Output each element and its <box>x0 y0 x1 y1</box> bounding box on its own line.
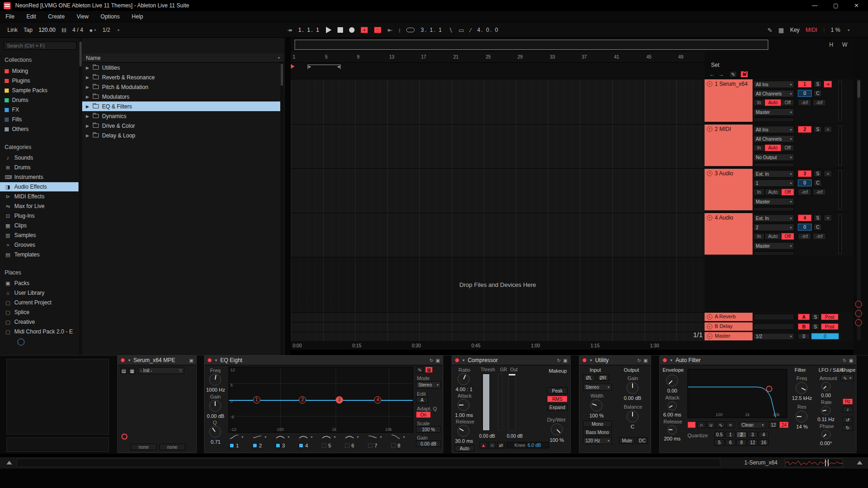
lfo-phase-knob[interactable] <box>821 430 831 439</box>
clip-view-empty[interactable] <box>6 359 109 434</box>
res-knob[interactable] <box>796 411 808 423</box>
hot-swap-icon[interactable]: ↻ <box>557 358 561 363</box>
collapsed-view-icon[interactable]: ▲ <box>480 442 487 448</box>
expand-triangle-icon[interactable]: ▶ <box>86 114 90 119</box>
maximize-button[interactable]: ▢ <box>833 2 838 9</box>
lowpass-type-button[interactable] <box>687 422 696 428</box>
key-map-button[interactable]: Key <box>790 27 800 33</box>
mono-toggle[interactable]: Mono <box>583 421 612 427</box>
track-delay-slot[interactable] <box>753 163 794 167</box>
return-lane-a[interactable] <box>291 313 705 322</box>
mixer-section-toggle[interactable] <box>855 319 862 326</box>
makeup-toggle[interactable]: Makeup <box>546 368 569 374</box>
menu-edit[interactable]: Edit <box>26 13 36 20</box>
band-1-filter-type[interactable]: ▾ <box>229 434 243 439</box>
lfo-rate-knob[interactable] <box>821 406 831 415</box>
channel-mode-chooser[interactable]: Stereo▾ <box>583 384 612 391</box>
rate-hz-button[interactable]: Hz <box>843 399 853 405</box>
spin-left-button[interactable]: ↺ <box>843 417 853 423</box>
spin-right-button[interactable]: ↻ <box>843 425 853 431</box>
monitor-switch[interactable]: In Auto Off <box>753 144 794 151</box>
lfo-amount-value[interactable]: 0.00 <box>815 393 837 398</box>
track-header-2[interactable]: ▾2 MIDI All Ins▾ All Channels▾ In Auto O… <box>705 125 853 167</box>
arm-button[interactable]: ○ <box>824 214 832 221</box>
device-title-bar[interactable]: ▼ Auto Filter ↻ ▣ <box>660 356 856 365</box>
band-8-toggle[interactable]: 8 <box>391 443 400 448</box>
return-header-b[interactable]: ▸B Delay B S Post <box>705 322 853 332</box>
menu-options[interactable]: Options <box>101 13 120 20</box>
monitor-off[interactable]: Off <box>781 99 794 106</box>
monitor-in[interactable]: In <box>753 144 765 151</box>
beat-time-ruler[interactable]: 1 5 9 13 17 21 25 29 33 37 41 45 49 <box>291 52 705 63</box>
sidebar-item-fills[interactable]: Fills <box>0 115 78 124</box>
preset-chooser[interactable]: - Init -▽ <box>138 367 184 374</box>
balance-value[interactable]: C <box>621 424 644 429</box>
output-chooser[interactable]: Master▾ <box>753 242 794 250</box>
output-chooser[interactable]: Master▾ <box>753 108 794 116</box>
transfer-curve-icon[interactable]: ∩ <box>488 442 496 448</box>
output-chooser[interactable]: Master▾ <box>753 198 794 205</box>
phase-left-toggle[interactable]: ØL <box>583 375 595 381</box>
device-title-bar[interactable]: ▼ Utility ↻ ▣ <box>579 356 651 365</box>
plugin-window-icon[interactable]: ▣ <box>189 358 193 363</box>
track-title-3[interactable]: ▾3 Audio <box>705 169 753 210</box>
computer-midi-keyboard-icon[interactable]: ▦ <box>778 27 784 34</box>
return-title-a[interactable]: ▸A Reverb <box>705 313 753 321</box>
band-6-filter-type[interactable]: ▾ <box>345 434 359 439</box>
sidebar-item-grooves[interactable]: ≈Grooves <box>0 240 78 250</box>
return-activator[interactable]: A <box>798 314 810 320</box>
monitor-off[interactable]: Off <box>781 233 794 240</box>
lfo-shape-chooser[interactable]: ∿▾ <box>841 375 854 381</box>
expand-triangle-icon[interactable]: ▶ <box>86 65 90 70</box>
overdub-button[interactable]: + <box>361 27 368 33</box>
folder-row-reverb-resonance[interactable]: ▶Reverb & Resonance <box>82 72 283 82</box>
re-enable-automation-icon[interactable]: ⇤ <box>387 27 392 34</box>
menu-file[interactable]: File <box>6 13 14 20</box>
save-preset-icon[interactable]: ▣ <box>849 358 853 363</box>
track-lane-1[interactable] <box>291 79 705 125</box>
adapt-q-toggle[interactable]: On <box>416 411 431 418</box>
lfo-phase-value[interactable]: 0.00° <box>815 440 837 446</box>
monitor-in[interactable]: In <box>753 99 765 106</box>
sidebar-item-drums[interactable]: ⊞Drums <box>0 163 78 172</box>
drywet-knob[interactable] <box>551 423 563 435</box>
nudge-icon[interactable]: ‖‖ <box>61 27 66 34</box>
send-a-field[interactable]: -inf <box>798 189 811 196</box>
return-activator[interactable]: B <box>798 323 810 330</box>
pan-field[interactable]: C <box>814 179 822 186</box>
gain-value[interactable]: 0.00 dB <box>205 413 226 419</box>
track-title-4[interactable]: ▾4 Audio <box>705 213 753 255</box>
set-marker-pencil-icon[interactable]: ✎ <box>729 71 737 77</box>
band-3-filter-type[interactable]: ▾ <box>276 434 289 439</box>
device-title-bar[interactable]: ▼ Serum_x64 MPE ▣ <box>118 356 196 365</box>
track-header-3[interactable]: ▾3 Audio Ext. In▾ 1▾ In Auto Off Master▾… <box>705 169 853 212</box>
record-button[interactable] <box>349 27 355 33</box>
monitor-auto[interactable]: Auto <box>765 189 781 196</box>
play-button[interactable] <box>326 27 332 33</box>
track-title-2[interactable]: ▾2 MIDI <box>705 125 753 166</box>
band-3-toggle[interactable]: 3 <box>276 443 285 448</box>
master-lane[interactable] <box>291 332 705 342</box>
optimize-width-button[interactable]: W <box>842 42 847 48</box>
folder-row-delay-loop[interactable]: ▶Delay & Loop <box>82 131 283 140</box>
sidebar-scrollbar[interactable] <box>79 38 82 355</box>
track-activator[interactable]: 4 <box>798 214 812 221</box>
map-slot-a[interactable]: none <box>131 444 157 450</box>
solo-button[interactable]: S <box>814 170 822 177</box>
expand-triangle-icon[interactable]: ▶ <box>86 133 90 138</box>
show-info-view-icon[interactable] <box>6 461 12 464</box>
input-type-chooser[interactable]: All Ins▾ <box>753 126 794 133</box>
sidebar-item-mixing[interactable]: Mixing <box>0 66 78 76</box>
sidebar-item-creative[interactable]: ▢Creative <box>0 317 78 327</box>
sidebar-item-instruments[interactable]: ⌨Instruments <box>0 173 78 182</box>
highpass-type-button[interactable]: ∩ <box>697 422 705 428</box>
stop-button[interactable] <box>338 27 343 33</box>
track-delay-slot[interactable] <box>753 118 794 122</box>
lfo-amount-knob[interactable] <box>821 382 831 391</box>
track-lane-2[interactable] <box>291 125 705 169</box>
device-activator-led[interactable] <box>582 358 587 363</box>
input-type-chooser[interactable]: All Ins▾ <box>753 81 794 88</box>
send-b-field[interactable]: -inf <box>813 189 826 196</box>
device-activator-led[interactable] <box>121 358 125 363</box>
sidebar-item-plug-ins[interactable]: ⊡Plug-Ins <box>0 211 78 220</box>
